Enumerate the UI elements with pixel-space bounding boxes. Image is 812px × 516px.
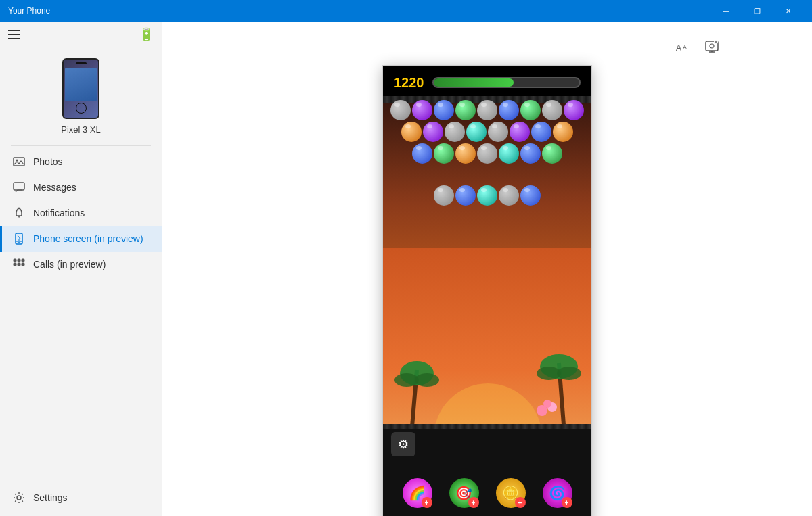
phone-screen-preview xyxy=(65,68,97,101)
game-settings-row: ⚙ xyxy=(383,429,591,462)
svg-rect-2 xyxy=(14,183,24,190)
window-controls: — ❐ ✕ xyxy=(710,0,804,22)
powerup-plus-3: + xyxy=(515,497,526,508)
powerup-plus-1: + xyxy=(422,497,432,508)
phone-device-name: Pixel 3 XL xyxy=(61,124,101,135)
settings-icon xyxy=(13,492,25,504)
sidebar-item-settings[interactable]: Settings xyxy=(0,485,162,511)
phone-screen-icon xyxy=(13,233,25,245)
bubble xyxy=(499,185,519,206)
sidebar-item-photos[interactable]: Photos xyxy=(0,149,162,174)
game-score: 1220 xyxy=(394,75,424,91)
font-size-button[interactable]: A A xyxy=(670,35,694,60)
sidebar-item-notifications[interactable]: Notifications xyxy=(0,200,162,226)
svg-rect-0 xyxy=(14,158,24,166)
hamburger-line-1 xyxy=(8,30,20,31)
bubble-row-2 xyxy=(383,121,591,143)
hamburger-menu-button[interactable] xyxy=(8,28,22,41)
phone-screen-toolbar: A A xyxy=(250,35,724,60)
minimize-button[interactable]: — xyxy=(710,0,742,22)
bubble xyxy=(455,143,476,164)
game-settings-button[interactable]: ⚙ xyxy=(391,432,415,456)
powerup-button-2[interactable]: 🎯 + xyxy=(449,478,479,508)
bubbles-area xyxy=(383,99,591,248)
sidebar-item-phone-screen[interactable]: Phone screen (in preview) xyxy=(0,226,162,252)
bubble xyxy=(412,143,432,164)
bubble xyxy=(542,100,562,120)
hamburger-line-3 xyxy=(8,38,20,39)
bubble-row-3 xyxy=(383,143,591,164)
game-bottom-ui: ⚙ 🌈 + 🎯 + 🪙 xyxy=(383,429,591,516)
sidebar-item-messages[interactable]: Messages xyxy=(0,174,162,200)
bubble xyxy=(455,100,476,120)
maximize-button[interactable]: ❐ xyxy=(742,0,773,22)
hamburger-line-2 xyxy=(8,34,20,35)
phone-preview: Pixel 3 XL xyxy=(0,47,162,143)
bubble xyxy=(510,122,530,142)
svg-text:A: A xyxy=(676,43,681,53)
bubble xyxy=(434,185,454,206)
game-progress-bar xyxy=(432,77,581,88)
sidebar-divider-top xyxy=(11,145,151,146)
game-top-bar: 1220 xyxy=(383,66,591,99)
bubble xyxy=(488,122,508,142)
svg-rect-3 xyxy=(18,208,20,209)
bubble-row-4 xyxy=(383,185,591,206)
sidebar: 🔋 Pixel 3 XL Photos xyxy=(0,22,162,516)
svg-rect-8 xyxy=(18,259,20,262)
bubble xyxy=(412,100,432,120)
svg-rect-11 xyxy=(18,263,20,266)
content-area: A A xyxy=(162,22,812,516)
svg-point-1 xyxy=(16,160,18,162)
messages-icon xyxy=(13,181,25,193)
nav-spacer xyxy=(0,277,162,473)
bubble xyxy=(499,100,519,120)
phone-game-frame: 1220 xyxy=(382,65,592,516)
svg-point-30 xyxy=(415,373,439,387)
sidebar-item-messages-label: Messages xyxy=(33,182,76,193)
close-button[interactable]: ✕ xyxy=(773,0,804,22)
bubble xyxy=(445,122,465,142)
app-title: Your Phone xyxy=(8,6,710,16)
svg-point-19 xyxy=(710,44,714,48)
bubble xyxy=(434,100,454,120)
bubble xyxy=(520,100,541,120)
svg-point-6 xyxy=(18,242,20,243)
bubble xyxy=(542,143,562,164)
battery-icon: 🔋 xyxy=(139,27,154,42)
bubble xyxy=(520,143,541,164)
bubble xyxy=(564,100,584,120)
calls-icon xyxy=(13,258,25,271)
powerup-plus-2: + xyxy=(468,497,479,508)
spike-bottom-decoration xyxy=(383,424,591,429)
bubble xyxy=(401,122,422,142)
notifications-icon xyxy=(13,207,25,219)
bubble xyxy=(477,100,497,120)
game-progress-fill xyxy=(434,78,514,87)
sidebar-divider-bottom xyxy=(11,482,151,482)
powerup-button-4[interactable]: 🌀 + xyxy=(543,478,572,508)
svg-text:A: A xyxy=(683,44,687,51)
main-layout: 🔋 Pixel 3 XL Photos xyxy=(0,22,812,516)
bubble xyxy=(477,143,497,164)
sidebar-header: 🔋 xyxy=(0,22,162,47)
screen-settings-button[interactable] xyxy=(700,35,724,60)
phone-thumbnail xyxy=(62,58,99,119)
bubble-row-1 xyxy=(383,99,591,121)
svg-point-34 xyxy=(557,367,581,380)
sidebar-item-photos-label: Photos xyxy=(33,156,63,167)
powerup-button-3[interactable]: 🪙 + xyxy=(496,478,526,508)
svg-rect-12 xyxy=(22,263,24,266)
sidebar-item-phone-screen-label: Phone screen (in preview) xyxy=(33,233,143,244)
sidebar-item-notifications-label: Notifications xyxy=(33,208,85,218)
svg-point-13 xyxy=(17,496,21,500)
bubble xyxy=(390,100,411,120)
titlebar: Your Phone — ❐ ✕ xyxy=(0,0,812,22)
bubble xyxy=(466,122,487,142)
powerup-button-1[interactable]: 🌈 + xyxy=(403,478,432,508)
bubble xyxy=(434,143,454,164)
bubble xyxy=(520,185,541,206)
sidebar-item-calls[interactable]: Calls (in preview) xyxy=(0,252,162,277)
bubble xyxy=(477,185,497,206)
svg-point-58 xyxy=(543,400,551,408)
